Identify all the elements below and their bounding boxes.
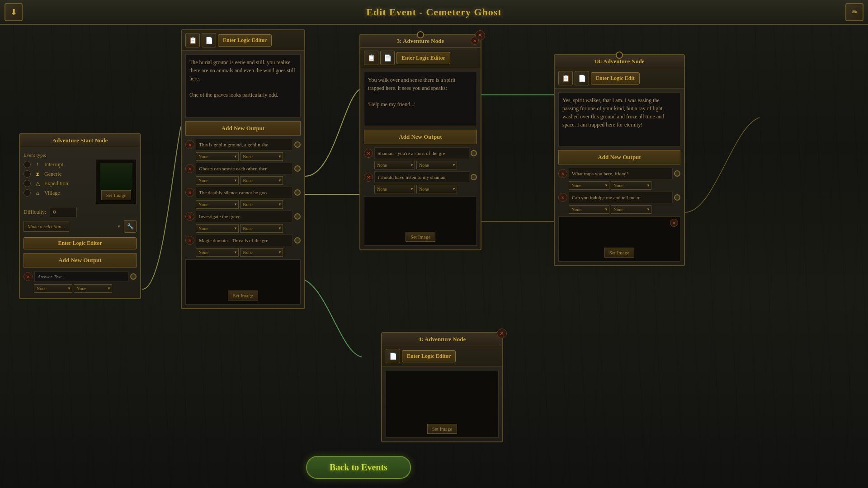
main-node-image: Set Image [185,259,301,305]
paste-icon-btn[interactable]: 📄 [202,33,216,47]
difficulty-input[interactable] [50,207,77,217]
node3-output-text-1[interactable] [374,147,469,159]
node3-select-2b[interactable]: None [416,185,457,193]
node3-remove-1[interactable]: ✕ [364,149,373,158]
output-select-5a[interactable]: None [196,248,239,257]
main-add-output-button[interactable]: Add New Output [185,121,301,136]
output-select-2b[interactable]: None [240,176,283,185]
village-radio[interactable] [24,189,31,197]
node18-image: ✕ Set Image [558,216,680,262]
output-select-5b[interactable]: None [240,248,283,257]
output-connector-4 [294,213,301,220]
answer-text-input[interactable] [34,271,128,282]
node18-output-text-1[interactable] [569,168,673,179]
main-set-image-button[interactable]: Set Image [228,291,258,300]
node3-paste-btn[interactable]: 📄 [380,51,395,65]
header-title: Edit Event - Cemetery Ghost [366,6,502,18]
event-type-generic[interactable]: ⧗ Generic [24,170,92,178]
node18-text[interactable]: Yes, spirit walker, that I am. I was eas… [558,92,680,146]
node3-remove-2[interactable]: ✕ [364,173,373,182]
output-row-1: ✕ [185,139,301,150]
make-selection-dropdown[interactable]: Make a selection... [24,221,69,232]
node4-set-image-btn[interactable]: Set Image [427,424,457,434]
generic-icon: ⧗ [33,170,42,178]
node3-logic-btn[interactable]: Enter Logic Editor [396,52,450,64]
node18-add-output-btn[interactable]: Add New Output [558,150,680,164]
save-icon[interactable]: ⬇ [5,3,23,21]
node18-select-1b[interactable]: None [611,181,651,190]
output-select-4b[interactable]: None [240,224,283,233]
expedition-radio[interactable] [24,180,31,187]
node4-logic-btn[interactable]: Enter Logic Editor [402,350,456,362]
node18-remove-2[interactable]: ✕ [558,193,567,202]
output-select-2a[interactable]: None [196,176,239,185]
node3-add-output-btn[interactable]: Add New Output [364,130,477,144]
node3-text[interactable]: You walk over and sense there is a spiri… [364,72,477,126]
node18-connector-1 [674,170,680,177]
output-text-5[interactable] [196,235,293,246]
output-selects-2: None None [196,176,301,185]
node3-select-2a[interactable]: None [374,185,415,193]
start-add-output-button[interactable]: Add New Output [24,253,137,267]
output-connector-5 [294,237,301,244]
answer-select-2[interactable]: None [74,284,112,293]
output-select-3a[interactable]: None [196,200,239,209]
wrench-button[interactable]: 🔧 [124,220,137,233]
back-to-events-button[interactable]: Back to Events [306,456,411,479]
node18-output-text-2[interactable] [569,192,673,203]
output-remove-3[interactable]: ✕ [185,188,194,197]
make-selection-row[interactable]: Make a selection... 🔧 [24,220,137,233]
edit-icon[interactable]: ✏ [845,3,863,21]
node18-panel: 18: Adventure Node 📋 📄 Enter Logic Edit … [554,54,685,266]
interrupt-radio[interactable] [24,161,31,168]
output-row-4: ✕ [185,211,301,222]
output-text-1[interactable] [196,139,293,150]
output-remove-1[interactable]: ✕ [185,140,194,149]
output-remove-4[interactable]: ✕ [185,212,194,221]
node18-select-1a[interactable]: None [569,181,609,190]
output-text-3[interactable] [196,187,293,198]
set-image-button[interactable]: Set Image [101,190,131,200]
node3-select-1b[interactable]: None [416,161,457,169]
node18-image-close[interactable]: ✕ [670,219,678,227]
node18-copy-btn[interactable]: 📋 [558,71,573,85]
village-label: Village [44,190,60,197]
node18-paste-btn[interactable]: 📄 [575,71,589,85]
output-remove-2[interactable]: ✕ [185,164,194,173]
event-type-village[interactable]: ⌂ Village [24,189,92,197]
node18-set-image-btn[interactable]: Set Image [604,248,634,258]
node3-set-image-btn[interactable]: Set Image [406,232,435,242]
answer-remove-btn[interactable]: ✕ [24,272,33,281]
output-text-2[interactable] [196,163,293,174]
event-type-expedition[interactable]: △ Expedition [24,179,92,188]
node3-close-btn[interactable]: ✕ [475,30,485,40]
generic-radio[interactable] [24,170,31,178]
copy-icon-btn[interactable]: 📋 [185,33,200,47]
output-select-1b[interactable]: None [240,152,283,161]
main-node-text[interactable]: The burial ground is eerie and still. yo… [185,54,301,117]
node3-toolbar: 📋 📄 Enter Logic Editor [360,48,481,68]
node4-paste-btn[interactable]: 📄 [386,349,400,363]
node3-select-1a[interactable]: None [374,161,415,169]
node3-connector-2 [471,174,477,180]
output-select-4a[interactable]: None [196,224,239,233]
node18-remove-1[interactable]: ✕ [558,169,567,178]
node3-output-1: ✕ [364,147,477,159]
output-select-1a[interactable]: None [196,152,239,161]
output-text-4[interactable] [196,211,293,222]
main-enter-logic-button[interactable]: Enter Logic Editor [218,34,272,47]
node3-output-text-2[interactable] [374,171,469,183]
output-row-3: ✕ [185,187,301,198]
output-select-3b[interactable]: None [240,200,283,209]
start-enter-logic-button[interactable]: Enter Logic Editor [24,237,137,249]
node18-select-2b[interactable]: None [611,205,651,214]
event-type-interrupt[interactable]: ! Interrupt [24,160,92,169]
node18-select-2a[interactable]: None [569,205,609,214]
difficulty-row: Difficulty: [24,207,137,217]
node18-logic-btn[interactable]: Enter Logic Edit [591,72,640,84]
node18-output-2: ✕ [558,192,680,203]
answer-select-1[interactable]: None [34,284,72,293]
output-remove-5[interactable]: ✕ [185,236,194,245]
node3-copy-btn[interactable]: 📋 [364,51,378,65]
node4-close-btn[interactable]: ✕ [497,328,507,338]
